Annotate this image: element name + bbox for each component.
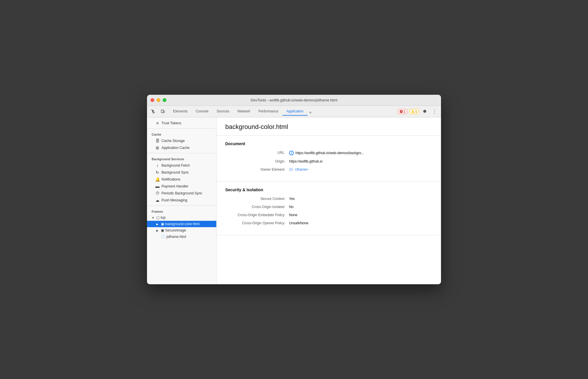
origin-field-row: Origin https://wolfib.github.io [225, 159, 432, 163]
origin-text: https://wolfib.github.io [289, 159, 322, 163]
frame-icon-bg: ▣ [161, 222, 164, 226]
tab-bar: Elements Console Sources Network Perform… [168, 107, 396, 116]
page-title: background-color.html [225, 123, 432, 131]
sidebar-item-background-sync[interactable]: ↻ Background Sync [147, 169, 216, 176]
toolbar: Elements Console Sources Network Perform… [147, 106, 441, 117]
toolbar-right: ✕ 1 ! 1 ⋮ [398, 107, 439, 116]
device-toolbar-button[interactable] [159, 107, 167, 116]
page-title-area: background-color.html [217, 117, 441, 136]
url-value: ℹ https://wolfib.github.io/web-demos/bac… [289, 151, 364, 155]
sidebar-item-application-cache[interactable]: ⊞ Application Cache [147, 144, 216, 151]
cache-storage-icon: 🗄 [155, 139, 160, 143]
sidebar-item-label: Cache Storage [161, 139, 185, 143]
tab-network[interactable]: Network [233, 107, 254, 116]
cross-origin-isolated-text: No [289, 205, 293, 209]
svg-rect-0 [161, 110, 163, 113]
file-icon-jsl: 📄 [161, 235, 165, 239]
cross-origin-embedder-value: None [289, 213, 297, 217]
expand-arrow-si: ▶ [156, 229, 160, 232]
divider-2 [147, 153, 216, 153]
sidebar-item-label: Payment Handler [161, 184, 188, 188]
frame-icon-top: ▢ [156, 216, 159, 220]
secure-context-label: Secure Context [225, 197, 289, 201]
cross-origin-embedder-label: Cross-Origin Embedder Policy [225, 213, 289, 217]
sidebar-item-label: Background Fetch [161, 163, 190, 167]
document-section-title: Document [225, 141, 432, 146]
periodic-background-sync-icon: ⏱ [155, 191, 160, 196]
payment-handler-icon: ▬ [155, 184, 160, 189]
owner-element-field-row: Owner Element ⟨/⟩ <iframe> [225, 167, 432, 172]
settings-button[interactable] [421, 107, 429, 116]
url-security-icon: ℹ [289, 151, 294, 155]
traffic-lights [150, 98, 166, 102]
secure-context-value: Yes [289, 197, 295, 201]
sidebar-item-periodic-background-sync[interactable]: ⏱ Periodic Background Sync [147, 190, 216, 197]
more-options-button[interactable]: ⋮ [431, 107, 439, 116]
close-button[interactable] [150, 98, 154, 102]
sidebar-item-trust-tokens[interactable]: ≡ Trust Tokens [147, 120, 216, 127]
notifications-icon: 🔔 [155, 177, 160, 182]
frames-section-label: Frames [147, 207, 216, 214]
expand-arrow-bg: ▶ [156, 223, 160, 226]
error-count: 1 [404, 110, 405, 113]
sidebar-item-background-fetch[interactable]: ↕ Background Fetch [147, 162, 216, 169]
security-section: Security & Isolation Secure Context Yes … [217, 182, 441, 235]
owner-element-value: ⟨/⟩ <iframe> [289, 167, 308, 172]
sidebar-item-push-messaging[interactable]: ☁ Push Messaging [147, 197, 216, 204]
sidebar-item-label: Background Sync [161, 170, 189, 174]
frame-icon-si: ▣ [161, 228, 164, 232]
sidebar-item-payment-handler[interactable]: ▬ Payment Handler [147, 183, 216, 190]
cache-section-label: Cache [147, 130, 216, 137]
inspect-element-button[interactable] [149, 107, 157, 116]
origin-label: Origin [225, 159, 289, 163]
divider-3 [147, 205, 216, 206]
sidebar-item-label: Periodic Background Sync [161, 191, 202, 195]
minimize-button[interactable] [157, 98, 160, 102]
secure-context-row: Secure Context Yes [225, 197, 432, 201]
maximize-button[interactable] [163, 98, 166, 102]
sidebar-item-cache-storage[interactable]: 🗄 Cache Storage [147, 137, 216, 144]
cross-origin-opener-label: Cross-Origin Opener Policy [225, 221, 289, 225]
svg-text:!: ! [413, 111, 413, 113]
sidebar-item-label: SecureImage [165, 228, 186, 232]
more-tabs-button[interactable]: » [308, 109, 313, 116]
tab-elements[interactable]: Elements [169, 107, 192, 116]
divider-1 [147, 128, 216, 129]
error-count-badge[interactable]: ✕ 1 [398, 109, 407, 114]
cross-origin-embedder-row: Cross-Origin Embedder Policy None [225, 213, 432, 217]
tab-sources[interactable]: Sources [213, 107, 233, 116]
titlebar: DevTools - wolfib.github.io/web-demos/js… [147, 95, 441, 106]
devtools-window: DevTools - wolfib.github.io/web-demos/js… [147, 95, 441, 284]
background-sync-icon: ↻ [155, 170, 160, 175]
window-title: DevTools - wolfib.github.io/web-demos/js… [251, 98, 337, 102]
trust-tokens-icon: ≡ [155, 121, 160, 125]
url-text: https://wolfib.github.io/web-demos/backg… [295, 151, 364, 155]
cross-origin-opener-value: UnsafeNone [289, 221, 308, 225]
sidebar-item-label: top [161, 216, 166, 220]
tab-performance[interactable]: Performance [254, 107, 282, 116]
iframe-link[interactable]: <iframe> [295, 167, 308, 172]
origin-value: https://wolfib.github.io [289, 159, 322, 163]
sidebar-item-label: Push Messaging [161, 198, 187, 202]
svg-rect-1 [163, 111, 164, 113]
cross-origin-opener-text: UnsafeNone [289, 221, 308, 225]
svg-text:✕: ✕ [400, 110, 402, 113]
tab-console[interactable]: Console [192, 107, 213, 116]
sidebar-item-background-color-html[interactable]: ▶ ▣ background-color.html [147, 221, 216, 227]
content-area: ≡ Trust Tokens Cache 🗄 Cache Storage ⊞ A… [147, 117, 441, 284]
application-cache-icon: ⊞ [155, 145, 160, 150]
background-services-label: Background Services [147, 155, 216, 162]
warning-count-badge[interactable]: ! 1 [409, 109, 419, 114]
sidebar-item-top[interactable]: ▼ ▢ top [147, 214, 216, 221]
sidebar-item-notifications[interactable]: 🔔 Notifications [147, 176, 216, 183]
security-section-title: Security & Isolation [225, 187, 432, 192]
cross-origin-isolated-row: Cross-Origin Isolated No [225, 205, 432, 209]
background-fetch-icon: ↕ [155, 163, 160, 168]
expand-arrow-top: ▼ [152, 216, 155, 219]
sidebar-item-jslframe-html[interactable]: ▶ 📄 jslframe.html [147, 234, 216, 240]
cross-origin-isolated-label: Cross-Origin Isolated [225, 205, 289, 209]
sidebar-item-secure-image[interactable]: ▶ ▣ SecureImage [147, 227, 216, 234]
cross-origin-isolated-value: No [289, 205, 293, 209]
tab-application[interactable]: Application [282, 107, 308, 116]
sidebar-item-label: Application Cache [161, 146, 190, 150]
